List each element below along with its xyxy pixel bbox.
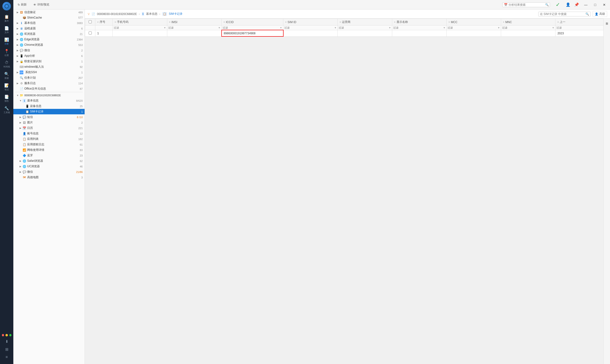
tree-item-winput[interactable]: ⌨ windows输入法 92 — [13, 64, 85, 70]
tree-item-basicinfo[interactable]: ▶ ℹ 基本信息 3083 — [13, 20, 85, 26]
tree-item-ie[interactable]: ▶ 🌐 IE浏览器 21 — [13, 31, 85, 37]
filter-display-input[interactable] — [393, 26, 443, 29]
filter-iccid-cell: ▼ — [221, 26, 283, 30]
tree-item-appanalysis[interactable]: ▶ 📱 App分析 6 — [13, 53, 85, 59]
tree-item-cert[interactable]: ▶ 🔒 联套证据识别 1 — [13, 59, 85, 64]
refresh-button[interactable]: ↻ 刷新 — [16, 2, 28, 7]
panel-search-icon[interactable]: 🔍 — [585, 13, 589, 16]
tree-item-task[interactable]: 🔍 任务计划 207 — [13, 75, 85, 80]
maximize-button[interactable]: □ — [593, 2, 597, 7]
import-icon[interactable]: ⬇ — [4, 338, 9, 345]
filter-mnc-input[interactable] — [502, 26, 552, 29]
tree-item-applist[interactable]: 📋 应用列表 182 — [13, 136, 85, 142]
panel-search-input[interactable] — [540, 13, 584, 16]
tree-item-wechat2[interactable]: ▶ 💬 微信 21/86 — [13, 169, 85, 175]
filter-simid-icon[interactable]: ▼ — [334, 26, 337, 29]
global-search-input[interactable] — [508, 3, 544, 6]
tree-item-network[interactable]: 📶 网络使用详情 83 — [13, 147, 85, 153]
filter-mcc-input[interactable] — [447, 26, 497, 29]
col-header-simid[interactable]: ≡ SIM ID — [283, 19, 338, 26]
sidebar-item-location[interactable]: 📍 位置 — [1, 48, 12, 58]
tree-item-edge[interactable]: ▶ 🌐 Edge浏览器 2364 — [13, 37, 85, 42]
filter-last-input[interactable] — [556, 26, 606, 29]
tree-item-photo[interactable]: ▶ 🖼 图片 2 — [13, 120, 85, 125]
col-header-display[interactable]: ≡ 显示名称 — [392, 19, 446, 26]
filter-mnc-icon[interactable]: ▼ — [552, 26, 555, 29]
tree-item-log[interactable]: ▶ ⚙ 服务日志 114 — [13, 80, 85, 86]
profile-icon[interactable]: 👤 — [566, 2, 571, 7]
global-search-icon[interactable]: 🔍 — [545, 3, 549, 6]
grid-icon[interactable]: ⊞ — [4, 346, 9, 352]
sidebar-item-case[interactable]: 📋 案件 — [1, 13, 12, 24]
sidebar-item-tools[interactable]: 🔧 工具箱 — [1, 105, 12, 115]
tree-item-calendar[interactable]: ▶ 📅 日历 221 — [13, 125, 85, 131]
detail-preview-button[interactable]: 👁 详情/预览 — [32, 2, 51, 7]
filter-display-cell: ▼ — [392, 26, 446, 30]
close-button[interactable]: ✕ — [601, 2, 607, 7]
pin-icon[interactable]: 📌 — [574, 2, 579, 7]
tree-item-bluetooth[interactable]: 🔷 蓝牙 23 — [13, 153, 85, 158]
sidebar-item-search[interactable]: 🔍 搜索 — [1, 70, 12, 81]
sidebar-item-analysis[interactable]: 📊 分析 — [1, 36, 12, 47]
sidebar-item-notes[interactable]: 📝 笔记 — [1, 82, 12, 92]
filter-iccid-input[interactable] — [222, 26, 279, 29]
tree-item-shimcache[interactable]: 📦 ShimCache 577 — [13, 15, 85, 20]
filter-imsi-icon[interactable]: ▼ — [218, 26, 221, 29]
filter-iccid-icon[interactable]: ▼ — [280, 26, 282, 29]
tree-item-wechat-top[interactable]: ▶ 💬 微信 2 — [13, 48, 85, 53]
calendar-icon[interactable]: 📅 — [504, 3, 507, 6]
sidebar-item-timeline[interactable]: ⏱ 时间线 — [1, 59, 12, 70]
office-icon: 📄 — [20, 87, 23, 91]
tree-item-basicinfo2[interactable]: ▼ ℹ 基本信息 8/620 — [13, 98, 85, 104]
tree-item-remote[interactable]: ▶ 🖥 远程桌面 6 — [13, 26, 85, 31]
filter-phone-icon[interactable]: ▼ — [164, 26, 166, 29]
col-header-num[interactable]: ≡ 序号 — [95, 19, 113, 26]
expand-icon — [16, 65, 19, 68]
tree-item-sms[interactable]: ▶ 💬 短信 8 /10 — [13, 114, 85, 120]
settings-column-button[interactable]: 设置列 — [604, 20, 610, 21]
tree-item-shimcache-parent[interactable]: ▶ 🖼 信息验证 489 — [13, 10, 85, 15]
table-row[interactable]: 1 89860000191997734908 — [85, 30, 610, 37]
col-header-mcc[interactable]: ≡ MCC — [447, 19, 501, 26]
filter-mcc-icon[interactable]: ▼ — [497, 26, 500, 29]
tree-item-gaode[interactable]: 🗺 高德地图 3 — [13, 175, 85, 180]
tree-item-device[interactable]: ▼ 📁 00008030-001619320C68802E — [13, 93, 85, 98]
photo-icon: 🖼 — [22, 121, 26, 125]
tree-item-chrome[interactable]: ▶ 🌐 Chrome浏览器 553 — [13, 42, 85, 48]
tree-item-account[interactable]: 👤 账号信息 12 — [13, 131, 85, 136]
col-header-last[interactable]: ≡ 上一 — [556, 19, 610, 26]
filter-carrier-icon[interactable]: ▼ — [389, 26, 391, 29]
bluetooth-icon: 🔷 — [22, 154, 26, 157]
tree-item-safari[interactable]: ▶ 🌐 Safari浏览器 62 — [13, 158, 85, 164]
expand-placeholder — [19, 154, 22, 157]
filter-phone-input[interactable] — [114, 26, 163, 29]
col-header-phone[interactable]: ≡ 手机号码 — [113, 19, 167, 26]
select-all-checkbox[interactable] — [89, 20, 92, 23]
list-icon[interactable]: ≡ — [4, 354, 9, 360]
tree-item-uc[interactable]: ▶ 🌐 UC浏览器 46 — [13, 164, 85, 169]
tree-item-sim[interactable]: 📋 SIM卡记录 1 — [13, 109, 85, 114]
row-imsi-cell — [167, 30, 221, 37]
sidebar-item-report[interactable]: 📑 报告 — [1, 93, 12, 104]
filter-carrier-input[interactable] — [338, 26, 388, 29]
wechat-top-icon: 💬 — [20, 49, 23, 52]
expand-placeholder — [22, 105, 25, 108]
row-checkbox[interactable] — [89, 31, 92, 35]
tree-item-permission[interactable]: 📋 应用授权日志 61 — [13, 142, 85, 147]
filter-display-icon[interactable]: ▼ — [443, 26, 446, 29]
tree-item-deviceinfo[interactable]: 📱 设备信息 25 — [13, 104, 85, 109]
tree-item-office[interactable]: 📄 Office文件元信息 87 — [13, 86, 85, 91]
minimize-button[interactable]: — — [583, 2, 589, 7]
filter-simid-input[interactable] — [284, 26, 334, 29]
col-header-iccid[interactable]: ≡ ICCID — [221, 19, 283, 26]
col-header-mnc[interactable]: ≡ MNC — [501, 19, 555, 26]
col-header-carrier[interactable]: ≡ 运营商 — [338, 19, 392, 26]
wechat2-icon: 💬 — [22, 170, 26, 174]
col-header-imsi[interactable]: ≡ IMSI — [167, 19, 221, 26]
sidebar-item-file[interactable]: 📄 文件 — [1, 25, 12, 35]
filter-imsi-input[interactable] — [168, 26, 218, 29]
expand-placeholder — [19, 138, 22, 141]
advanced-button[interactable]: 👤 高级 — [593, 11, 607, 17]
tree-item-ssh[interactable]: ▶ SSH 系统SSH 1 — [13, 70, 85, 75]
filter-phone-cell: ▼ — [113, 26, 167, 30]
